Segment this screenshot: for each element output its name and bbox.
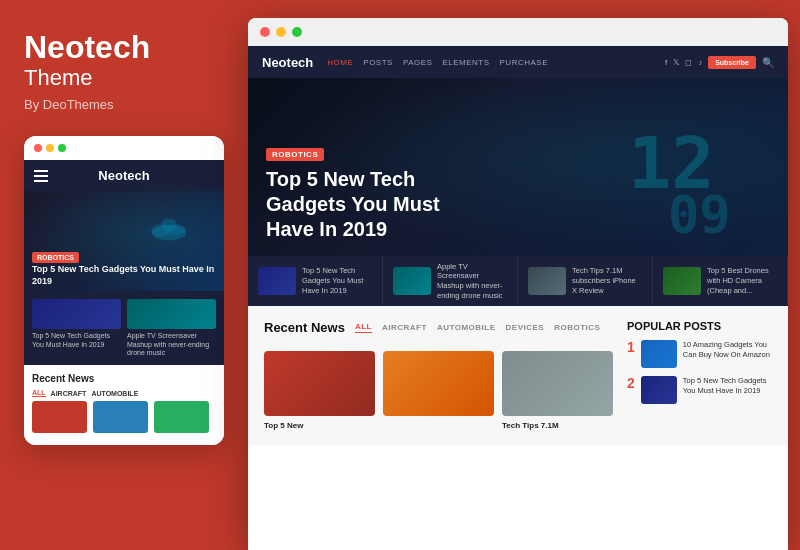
news-card-img-1 <box>264 351 375 416</box>
news-card-img-2 <box>383 351 494 416</box>
mobile-robotics-badge: ROBOTICS <box>32 252 79 263</box>
mobile-recent-news-title: Recent News <box>32 373 216 384</box>
tab-devices[interactable]: DEVICES <box>506 323 545 332</box>
brand-title: Neotech <box>24 30 224 65</box>
robotics-badge: ROBOTICS <box>266 148 324 161</box>
brand-subtitle: Theme <box>24 65 224 91</box>
site-header-right: f 𝕏 ◻ ♪ Subscribe 🔍 <box>665 56 774 69</box>
popular-text-2: Top 5 New Tech Gadgets You Must Have In … <box>683 376 772 396</box>
mobile-recent-news-section: Recent News ALL AIRCRAFT AUTOMOBILE <box>24 365 224 445</box>
browser-dot-red[interactable] <box>260 27 270 37</box>
main-left: Recent News ALL AIRCRAFT AUTOMOBILE DEVI… <box>264 320 613 431</box>
mobile-tag-row: ALL AIRCRAFT AUTOMOBILE <box>32 389 216 397</box>
thumb-text-3: Tech Tips 7.1M subscribers iPhone X Revi… <box>572 266 642 295</box>
nav-item-elements[interactable]: ELEMENTS <box>442 58 489 67</box>
news-card-3[interactable]: Tech Tips 7.1M <box>502 351 613 431</box>
mobile-dot-red <box>34 144 42 152</box>
site-hero: 12 09 ROBOTICS Top 5 New Tech Gadgets Yo… <box>248 78 788 256</box>
hamburger-icon[interactable] <box>34 170 48 182</box>
popular-thumb-1 <box>641 340 677 368</box>
thumb-item-2[interactable]: Apple TV Screensaver Mashup with never-e… <box>383 256 518 306</box>
news-grid: Top 5 New Tech Tips 7.1M <box>264 351 613 431</box>
thumb-img-2 <box>393 267 431 295</box>
nav-item-purchase[interactable]: PURCHASE <box>500 58 548 67</box>
site-main: Recent News ALL AIRCRAFT AUTOMOBILE DEVI… <box>248 306 788 445</box>
subscribe-button[interactable]: Subscribe <box>708 56 756 69</box>
nav-item-posts[interactable]: POSTS <box>363 58 393 67</box>
browser-chrome <box>248 18 788 46</box>
thumb-item-4[interactable]: Top 5 Best Drones with HD Camera (Cheap … <box>653 256 788 306</box>
thumb-item-3[interactable]: Tech Tips 7.1M subscribers iPhone X Revi… <box>518 256 653 306</box>
nav-item-pages[interactable]: PAGES <box>403 58 432 67</box>
tab-all[interactable]: ALL <box>355 322 372 333</box>
popular-thumb-2 <box>641 376 677 404</box>
mobile-thumbs-row: Top 5 New Tech Gadgets You Must Have In … <box>24 291 224 365</box>
recent-news-title: Recent News <box>264 320 345 335</box>
left-panel: Neotech Theme By DeoThemes Neotech <box>0 0 248 550</box>
hero-title: Top 5 New Tech Gadgets You Must Have In … <box>266 167 486 242</box>
popular-num-2: 2 <box>627 376 635 390</box>
mobile-top-bar <box>24 136 224 160</box>
site-logo: Neotech <box>262 55 313 70</box>
svg-point-3 <box>161 219 177 231</box>
thumb-img-3 <box>528 267 566 295</box>
mobile-thumb-1: Top 5 New Tech Gadgets You Must Have In … <box>32 299 121 357</box>
tiktok-icon[interactable]: ♪ <box>698 58 702 67</box>
thumb-img-4 <box>663 267 701 295</box>
tab-aircraft[interactable]: AIRCRAFT <box>382 323 427 332</box>
browser-window: Neotech HOME POSTS PAGES ELEMENTS PURCHA… <box>248 18 788 550</box>
mobile-hero: ROBOTICS Top 5 New Tech Gadgets You Must… <box>24 191 224 291</box>
mobile-nav-title: Neotech <box>98 168 149 183</box>
brand-by: By DeoThemes <box>24 97 224 112</box>
tab-robotics[interactable]: ROBOTICS <box>554 323 600 332</box>
mobile-dot-yellow <box>46 144 54 152</box>
mobile-tab-all[interactable]: ALL <box>32 389 46 397</box>
popular-item-2[interactable]: 2 Top 5 New Tech Gadgets You Must Have I… <box>627 376 772 404</box>
news-card-2[interactable] <box>383 351 494 431</box>
mobile-tab-automobile[interactable]: AUTOMOBILE <box>91 390 138 397</box>
tab-automobile[interactable]: AUTOMOBILE <box>437 323 496 332</box>
popular-text-1: 10 Amazing Gadgets You Can Buy Now On Am… <box>683 340 772 360</box>
instagram-icon[interactable]: ◻ <box>685 58 692 67</box>
mobile-dot-green <box>58 144 66 152</box>
browser-dot-green[interactable] <box>292 27 302 37</box>
site-header: Neotech HOME POSTS PAGES ELEMENTS PURCHA… <box>248 46 788 78</box>
mobile-news-img-3 <box>154 401 209 433</box>
twitter-icon[interactable]: 𝕏 <box>673 58 679 67</box>
thumb-item-1[interactable]: Top 5 New Tech Gadgets You Must Have In … <box>248 256 383 306</box>
mobile-news-img-1 <box>32 401 87 433</box>
mobile-nav: Neotech <box>24 160 224 191</box>
thumb-text-2: Apple TV Screensaver Mashup with never-e… <box>437 262 507 301</box>
news-card-text-1: Top 5 New <box>264 421 375 431</box>
site-nav: HOME POSTS PAGES ELEMENTS PURCHASE <box>327 58 651 67</box>
popular-num-1: 1 <box>627 340 635 354</box>
thumb-img-1 <box>258 267 296 295</box>
search-icon[interactable]: 🔍 <box>762 57 774 68</box>
news-card-text-3: Tech Tips 7.1M <box>502 421 613 431</box>
news-card-1[interactable]: Top 5 New <box>264 351 375 431</box>
hero-content: ROBOTICS Top 5 New Tech Gadgets You Must… <box>248 143 788 256</box>
thumb-text-4: Top 5 Best Drones with HD Camera (Cheap … <box>707 266 777 295</box>
popular-item-1[interactable]: 1 10 Amazing Gadgets You Can Buy Now On … <box>627 340 772 368</box>
mobile-news-img-2 <box>93 401 148 433</box>
section-tabs: ALL AIRCRAFT AUTOMOBILE DEVICES ROBOTICS <box>355 322 600 333</box>
news-card-img-3 <box>502 351 613 416</box>
browser-dot-yellow[interactable] <box>276 27 286 37</box>
mobile-devices-row <box>32 401 216 437</box>
thumb-text-1: Top 5 New Tech Gadgets You Must Have In … <box>302 266 372 295</box>
nav-item-home[interactable]: HOME <box>327 58 353 67</box>
main-right: POPULAR POSTS 1 10 Amazing Gadgets You C… <box>627 320 772 431</box>
cloud-icon <box>144 211 194 246</box>
thumbs-strip: Top 5 New Tech Gadgets You Must Have In … <box>248 256 788 306</box>
mobile-mockup: Neotech ROBOTICS Top 5 New Tech Gadgets … <box>24 136 224 445</box>
mobile-tab-aircraft[interactable]: AIRCRAFT <box>51 390 87 397</box>
mobile-thumb-2: Apple TV Screensaver Mashup with never-e… <box>127 299 216 357</box>
popular-posts-title: POPULAR POSTS <box>627 320 772 332</box>
facebook-icon[interactable]: f <box>665 58 667 67</box>
mobile-hero-text: Top 5 New Tech Gadgets You Must Have In … <box>32 264 216 287</box>
